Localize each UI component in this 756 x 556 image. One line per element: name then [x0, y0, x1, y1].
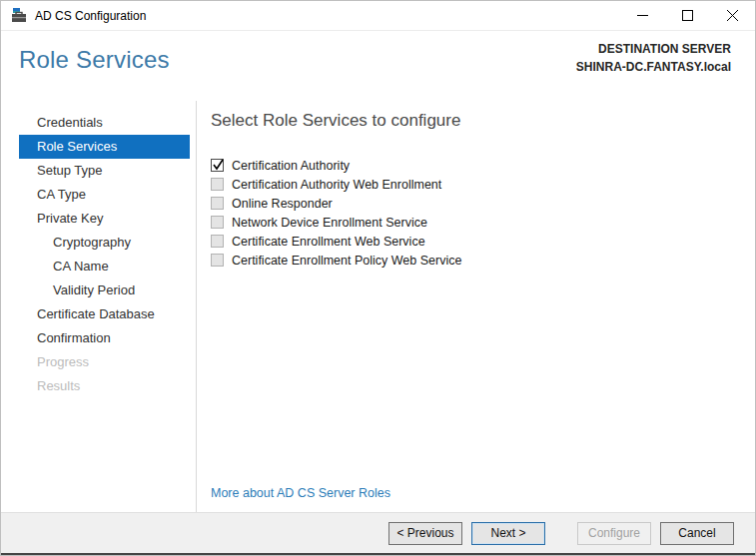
nav-item-cryptography[interactable]: Cryptography [1, 231, 196, 255]
close-button[interactable] [710, 1, 755, 30]
nav-item-certificate-database[interactable]: Certificate Database [1, 302, 196, 326]
checkbox-row-ca-web-enrollment[interactable]: Certification Authority Web Enrollment [211, 175, 735, 194]
cancel-button[interactable]: Cancel [660, 522, 734, 545]
configure-button: Configure [577, 522, 651, 545]
checkbox-row-cert-enrollment-policy-web-service[interactable]: Certificate Enrollment Policy Web Servic… [211, 251, 735, 270]
nav-item-ca-type[interactable]: CA Type [1, 183, 196, 207]
checkbox-label: Online Responder [232, 197, 333, 211]
section-title: Select Role Services to configure [211, 111, 735, 131]
nav-item-role-services[interactable]: Role Services [19, 135, 190, 159]
checkbox-row-cert-enrollment-web-service[interactable]: Certificate Enrollment Web Service [211, 232, 735, 251]
more-about-ad-cs-link[interactable]: More about AD CS Server Roles [211, 486, 390, 500]
destination-server-name: SHINRA-DC.FANTASY.local [576, 58, 731, 76]
role-services-pane: Select Role Services to configure Certif… [197, 101, 755, 512]
checkbox-row-online-responder[interactable]: Online Responder [211, 194, 735, 213]
nav-item-results: Results [1, 374, 196, 398]
nav-item-confirmation[interactable]: Confirmation [1, 326, 196, 350]
title-bar: AD CS Configuration [1, 1, 755, 31]
minimize-button[interactable] [620, 1, 665, 30]
window-controls [620, 1, 755, 30]
maximize-button[interactable] [665, 1, 710, 30]
page-title: Role Services [19, 46, 170, 74]
checkbox-label: Certificate Enrollment Web Service [232, 235, 425, 249]
wizard-header: Role Services DESTINATION SERVER SHINRA-… [1, 31, 755, 101]
wizard-footer: < Previous Next > Configure Cancel [1, 512, 755, 553]
checkbox-icon[interactable] [211, 159, 224, 172]
ad-cs-configuration-window: AD CS Configuration Role Services DESTIN… [0, 0, 756, 556]
checkbox-label: Certification Authority [232, 159, 350, 173]
checkbox-icon[interactable] [211, 235, 224, 248]
nav-item-validity-period[interactable]: Validity Period [1, 278, 196, 302]
nav-item-setup-type[interactable]: Setup Type [1, 159, 196, 183]
checkbox-label: Certificate Enrollment Policy Web Servic… [232, 254, 461, 268]
app-toolbox-icon [12, 8, 28, 24]
checkbox-icon[interactable] [211, 216, 224, 229]
nav-item-private-key[interactable]: Private Key [1, 207, 196, 231]
window-title: AD CS Configuration [35, 9, 146, 23]
destination-server-block: DESTINATION SERVER SHINRA-DC.FANTASY.loc… [576, 40, 731, 76]
nav-item-credentials[interactable]: Credentials [1, 111, 196, 135]
checkbox-row-certification-authority[interactable]: Certification Authority [211, 156, 735, 175]
wizard-content: Credentials Role Services Setup Type CA … [1, 101, 755, 512]
checkbox-label: Network Device Enrollment Service [232, 216, 427, 230]
checkbox-icon[interactable] [211, 254, 224, 267]
nav-item-progress: Progress [1, 350, 196, 374]
wizard-step-nav: Credentials Role Services Setup Type CA … [1, 101, 197, 512]
checkbox-icon[interactable] [211, 197, 224, 210]
nav-item-ca-name[interactable]: CA Name [1, 255, 196, 278]
destination-server-label: DESTINATION SERVER [576, 40, 731, 58]
checkbox-row-network-device-enrollment[interactable]: Network Device Enrollment Service [211, 213, 735, 232]
previous-button[interactable]: < Previous [388, 522, 462, 545]
checkbox-label: Certification Authority Web Enrollment [232, 178, 441, 192]
checkbox-icon[interactable] [211, 178, 224, 191]
next-button[interactable]: Next > [471, 522, 545, 545]
